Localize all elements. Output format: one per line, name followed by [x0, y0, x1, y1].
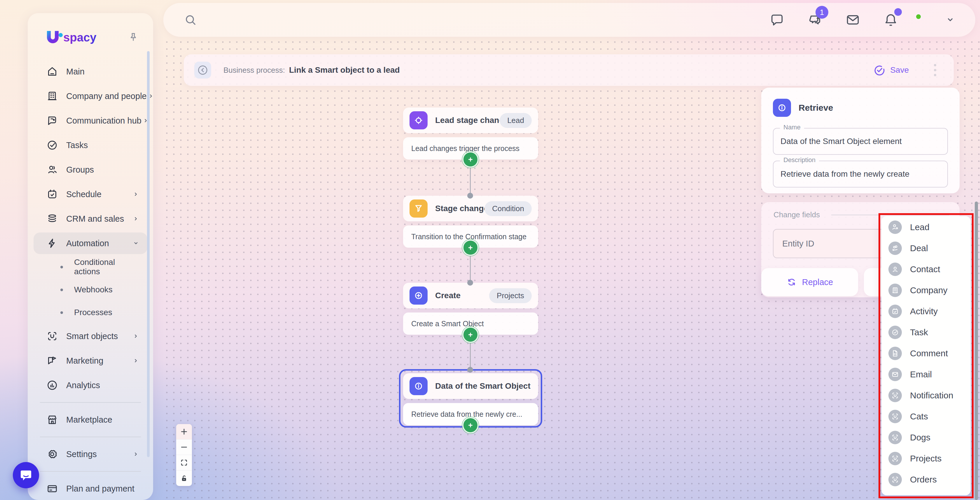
sidebar-item-label: Plan and payment: [66, 484, 134, 494]
uspacy-logo-icon: spacy: [45, 29, 107, 47]
sidebar-divider: [40, 471, 141, 472]
zoom-out-button[interactable]: [176, 439, 192, 455]
replace-button[interactable]: Replace: [761, 268, 858, 296]
sidebar-divider: [40, 402, 141, 403]
add-step-button[interactable]: [462, 326, 479, 343]
connector-dot: [467, 280, 473, 286]
node-title: Lead stage change: [435, 116, 500, 125]
name-field[interactable]: Name: [773, 128, 948, 155]
marketplace-icon: [46, 414, 58, 425]
sidebar-item-label: Settings: [66, 449, 97, 459]
sidebar-item-tasks[interactable]: Tasks: [28, 133, 153, 157]
sidebar-divider: [40, 437, 141, 437]
sidebar-nav: Main Company and people Communication hu…: [28, 59, 153, 500]
bullet-icon: [60, 266, 63, 268]
sidebar-item-analytics[interactable]: Analytics: [28, 373, 153, 398]
topbar-actions: 1: [769, 12, 957, 27]
sidebar-item-crm-and-sales[interactable]: CRM and sales: [28, 206, 153, 231]
add-step-button[interactable]: [462, 240, 479, 256]
node-badge: Condition: [484, 201, 532, 216]
sidebar-item-label: Automation: [66, 239, 109, 248]
mail-icon[interactable]: [845, 12, 861, 27]
app-window: spacy Main Company and people Communicat…: [0, 0, 980, 500]
process-title[interactable]: Link a Smart object to a lead: [289, 65, 400, 75]
sidebar-item-marketing[interactable]: Marketing: [28, 348, 153, 373]
support-chat-widget[interactable]: [13, 462, 39, 488]
sidebar-item-plan-and-payment[interactable]: Plan and payment: [28, 476, 153, 500]
sidebar-item-schedule[interactable]: Schedule: [28, 182, 153, 206]
description-field[interactable]: Description: [773, 161, 948, 187]
sidebar-item-webhooks[interactable]: Webhooks: [28, 278, 153, 301]
connector-dot: [467, 193, 473, 199]
chevron-right-icon: [132, 332, 140, 340]
description-input[interactable]: [773, 161, 947, 187]
sidebar-item-main[interactable]: Main: [28, 59, 153, 84]
chat-bubble-icon: [19, 468, 33, 482]
retrieve-settings-panel: Retrieve Name Description: [761, 88, 959, 193]
panel-title: Retrieve: [799, 103, 833, 113]
more-options-icon[interactable]: [934, 64, 936, 76]
bell-icon[interactable]: [883, 12, 898, 27]
sidebar-item-label: CRM and sales: [66, 214, 124, 224]
sidebar-item-company-and-people[interactable]: Company and people: [28, 84, 153, 109]
canvas-zoom-controls: [176, 424, 192, 486]
sidebar-item-communication-hub[interactable]: Communication hub: [28, 109, 153, 133]
smart-objects-icon: [46, 330, 58, 342]
sidebar-item-label: Communication hub: [66, 116, 142, 126]
sidebar-item-groups[interactable]: Groups: [28, 157, 153, 182]
bullet-icon: [60, 312, 63, 314]
logo[interactable]: spacy: [45, 27, 139, 48]
replace-button-label: Replace: [802, 278, 833, 287]
sidebar-item-conditional-actions[interactable]: Conditional actions: [28, 256, 153, 278]
flow-connector: [470, 343, 471, 369]
payment-icon: [46, 483, 58, 494]
automation-icon: [46, 238, 58, 249]
profile-chevron-down-icon[interactable]: [944, 13, 957, 26]
process-type-label: Business process:: [223, 66, 285, 75]
fit-view-button[interactable]: [176, 455, 192, 471]
process-header: Business process: Link a Smart object to…: [184, 54, 954, 86]
company-icon: [46, 90, 58, 102]
search-icon[interactable]: [184, 13, 197, 27]
comments-icon[interactable]: [769, 12, 784, 27]
gear-icon: [46, 448, 58, 460]
tasks-icon: [46, 139, 58, 151]
connector-dot: [467, 367, 473, 373]
sidebar-item-label: Schedule: [66, 190, 102, 199]
name-input[interactable]: [773, 128, 947, 154]
node-title: Stage change: [435, 204, 484, 213]
chevron-right-icon: [132, 450, 140, 458]
sidebar-item-label: Main: [66, 67, 84, 77]
messenger-icon[interactable]: 1: [807, 12, 822, 27]
sidebar-item-processes[interactable]: Processes: [28, 301, 153, 324]
sidebar-item-label: Conditional actions: [74, 257, 140, 276]
sidebar-scrollbar[interactable]: [147, 51, 150, 457]
chevron-down-icon: [132, 239, 140, 248]
chevron-right-icon: [132, 190, 140, 199]
info-icon: [409, 377, 428, 395]
refresh-icon: [786, 277, 797, 288]
sidebar: spacy Main Company and people Communicat…: [28, 13, 153, 500]
sidebar-item-label: Tasks: [66, 141, 88, 150]
sidebar-item-marketplace[interactable]: Marketplace: [28, 407, 153, 432]
change-fields-label: Change fields: [773, 210, 820, 219]
sidebar-item-smart-objects[interactable]: Smart objects: [28, 324, 153, 348]
add-step-button[interactable]: [462, 151, 479, 168]
pin-sidebar-icon[interactable]: [127, 32, 139, 43]
create-plus-icon: [409, 286, 428, 305]
save-button[interactable]: Save: [873, 64, 909, 76]
sidebar-item-label: Company and people: [66, 91, 147, 101]
add-step-button[interactable]: [462, 417, 479, 433]
zoom-in-button[interactable]: [176, 424, 192, 439]
online-status-dot: [915, 13, 922, 21]
lock-button[interactable]: [176, 471, 192, 486]
back-button[interactable]: [194, 62, 211, 78]
description-field-label: Description: [780, 156, 819, 164]
highlight-rectangle: [878, 213, 974, 498]
page-scrollbar[interactable]: [975, 201, 978, 500]
sidebar-item-settings[interactable]: Settings: [28, 442, 153, 466]
sidebar-item-label: Marketplace: [66, 415, 112, 425]
communication-hub-icon: [46, 115, 58, 126]
schedule-icon: [46, 188, 58, 200]
sidebar-item-automation[interactable]: Automation: [28, 231, 153, 256]
